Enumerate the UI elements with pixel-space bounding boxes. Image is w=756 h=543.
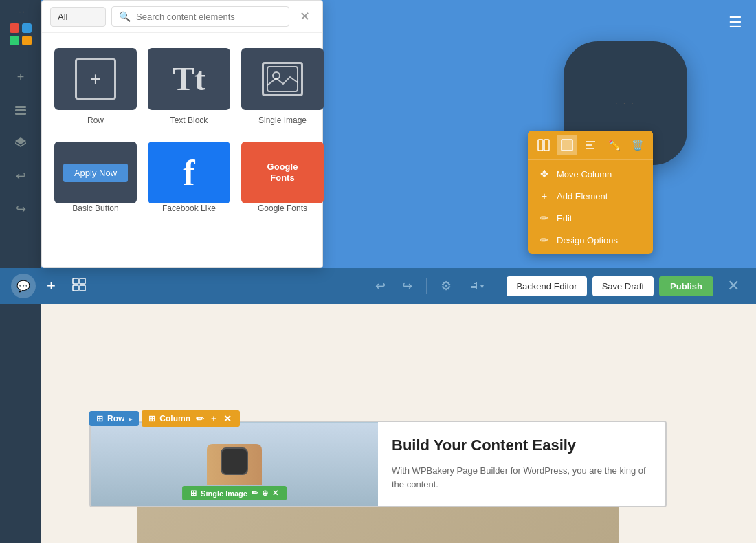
basic-button-icon: Apply Now: [54, 142, 137, 203]
add-element-icon: +: [539, 190, 550, 201]
context-menu: ✏️ 🗑️ ✥ Move Column + Add Element ✏ Edit…: [528, 131, 653, 254]
sidebar-undo-icon[interactable]: ↩: [8, 164, 33, 188]
hamburger-menu[interactable]: ☰: [729, 14, 742, 32]
element-basic-button-label: Basic Button: [72, 203, 118, 213]
row-indicator: ⊞ Row ▸ ⊞ Column ✏ + ✕: [89, 410, 240, 427]
svg-rect-6: [15, 113, 26, 115]
bottom-toolbar: 💬 + ↩ ↪ ⚙ 🖥 ▾ Backend Editor Save Draft …: [0, 268, 756, 304]
element-google-fonts[interactable]: Google Fonts Google Fonts: [236, 133, 329, 221]
svg-rect-17: [73, 278, 78, 284]
svg-rect-0: [10, 23, 19, 33]
image-overlay-edit[interactable]: ✏: [252, 489, 258, 498]
search-icon: 🔍: [119, 11, 131, 22]
sidebar-layers-icon[interactable]: [8, 98, 33, 122]
element-facebook-like-label: Facebook Like: [162, 203, 216, 213]
content-desc: With WPBakery Page Builder for WordPress…: [392, 464, 652, 493]
context-design-options[interactable]: ✏ Design Options: [528, 229, 653, 251]
responsive-arrow: ▾: [480, 282, 484, 290]
design-icon: ✏: [539, 234, 550, 245]
element-text-block[interactable]: Tt Text Block: [142, 40, 236, 133]
context-add-element[interactable]: + Add Element: [528, 185, 653, 207]
save-draft-button[interactable]: Save Draft: [592, 276, 654, 296]
svg-rect-11: [538, 140, 543, 151]
settings-button[interactable]: ⚙: [435, 276, 457, 296]
redo-button[interactable]: ↪: [397, 276, 418, 296]
speaker-dots: · · ·: [616, 100, 636, 107]
element-single-image[interactable]: Single Image: [236, 40, 329, 133]
row-badge-label: Row: [107, 414, 124, 423]
column-add-icon[interactable]: +: [210, 413, 218, 424]
app-logo: [8, 22, 33, 47]
ctx-columns-2-icon[interactable]: [533, 135, 554, 155]
page-content: ⊞ Row ▸ ⊞ Column ✏ + ✕ ⊞ Single Image: [0, 304, 756, 543]
panel-close-button[interactable]: ✕: [295, 7, 314, 26]
svg-rect-20: [80, 285, 85, 291]
chat-button[interactable]: 💬: [11, 274, 36, 298]
toolbar-separator-1: [426, 278, 427, 294]
image-overlay-icon: ⊞: [190, 489, 197, 498]
svg-rect-1: [22, 23, 32, 33]
move-icon: ✥: [539, 168, 550, 179]
svg-rect-4: [15, 106, 26, 108]
content-block: ⊞ Single Image ✏ ⊕ ✕ Build Your Content …: [89, 421, 667, 507]
sidebar-redo-icon[interactable]: ↪: [8, 197, 33, 221]
search-container: 🔍: [111, 6, 289, 27]
grid-button[interactable]: [67, 275, 91, 298]
image-overlay-label: Single Image: [201, 489, 247, 498]
sidebar-stack-icon[interactable]: [8, 131, 33, 155]
backend-editor-button[interactable]: Backend Editor: [507, 276, 586, 296]
svg-rect-12: [544, 140, 549, 151]
element-facebook-like[interactable]: f Facebook Like: [142, 133, 236, 221]
toolbar-close-button[interactable]: ✕: [722, 274, 745, 298]
row-badge-icon: ⊞: [96, 414, 103, 423]
single-image-icon: [241, 48, 324, 110]
image-overlay-bar[interactable]: ⊞ Single Image ✏ ⊕ ✕: [182, 486, 287, 500]
ctx-columns-1-icon[interactable]: [557, 135, 577, 155]
column-badge-icon: ⊞: [148, 414, 155, 423]
undo-button[interactable]: ↩: [370, 276, 391, 296]
context-edit[interactable]: ✏ Edit: [528, 207, 653, 229]
search-input[interactable]: [136, 12, 282, 22]
row-icon: [54, 48, 137, 110]
element-basic-button[interactable]: Apply Now Basic Button: [49, 133, 142, 221]
button-preview-text: Apply Now: [63, 164, 128, 182]
element-text-block-label: Text Block: [170, 115, 208, 125]
add-button[interactable]: +: [41, 274, 61, 298]
publish-button[interactable]: Publish: [659, 276, 713, 296]
element-google-fonts-label: Google Fonts: [258, 203, 307, 213]
elements-grid: Row Tt Text Block Single Image: [42, 33, 322, 228]
filter-dropdown[interactable]: AllRowTextMediaButtonsSocial: [50, 7, 106, 27]
svg-rect-13: [562, 140, 572, 151]
context-items: ✥ Move Column + Add Element ✏ Edit ✏ Des…: [528, 160, 653, 254]
image-overlay-copy[interactable]: ⊕: [262, 489, 268, 498]
panel-header: AllRowTextMediaButtonsSocial 🔍 ✕: [42, 1, 322, 33]
toolbar-separator-2: [498, 278, 498, 294]
ctx-edit-icon[interactable]: ✏️: [603, 135, 624, 155]
column-close-icon[interactable]: ✕: [222, 413, 233, 424]
edit-icon: ✏: [539, 212, 550, 223]
google-fonts-icon: Google Fonts: [241, 142, 324, 203]
content-title: Build Your Content Easily: [392, 436, 652, 456]
responsive-button[interactable]: 🖥 ▾: [463, 277, 489, 295]
image-overlay-close[interactable]: ✕: [272, 489, 278, 498]
ctx-align-icon[interactable]: [580, 135, 601, 155]
svg-rect-3: [22, 36, 32, 45]
row-badge[interactable]: ⊞ Row ▸: [89, 411, 139, 426]
watch-face: [221, 447, 248, 475]
svg-rect-19: [73, 285, 78, 291]
content-text-area: Build Your Content Easily With WPBakery …: [378, 422, 665, 506]
text-block-icon: Tt: [148, 48, 230, 110]
element-row[interactable]: Row: [49, 40, 142, 133]
elements-panel: AllRowTextMediaButtonsSocial 🔍 ✕ Row Tt …: [41, 0, 323, 268]
drag-dots: ···: [15, 7, 26, 16]
svg-rect-5: [15, 109, 26, 111]
sidebar-add-icon[interactable]: +: [8, 65, 33, 89]
monitor-icon: 🖥: [468, 280, 479, 292]
svg-rect-2: [10, 36, 19, 45]
element-row-label: Row: [87, 115, 104, 125]
context-move-column[interactable]: ✥ Move Column: [528, 163, 653, 185]
row-badge-arrow: ▸: [129, 415, 132, 423]
ctx-trash-icon[interactable]: 🗑️: [627, 135, 647, 155]
column-badge[interactable]: ⊞ Column ✏ + ✕: [142, 410, 240, 427]
column-edit-icon[interactable]: ✏: [194, 413, 205, 424]
